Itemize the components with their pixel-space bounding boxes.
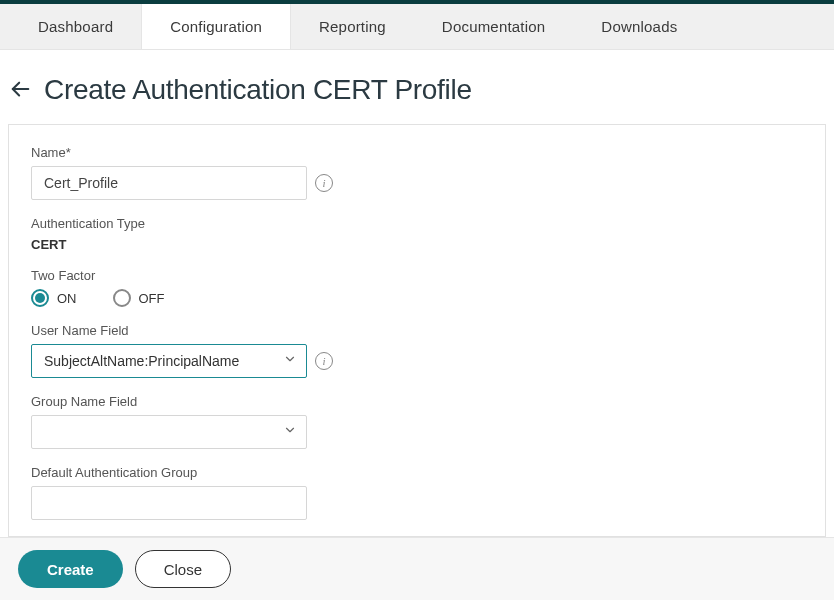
username-field-select[interactable]: SubjectAltName:PrincipalName (31, 344, 307, 378)
field-name: Name* i (31, 145, 803, 200)
field-auth-type: Authentication Type CERT (31, 216, 803, 252)
radio-icon (31, 289, 49, 307)
two-factor-label: Two Factor (31, 268, 803, 283)
tab-documentation[interactable]: Documentation (414, 4, 574, 49)
close-button[interactable]: Close (135, 550, 231, 588)
username-field-label: User Name Field (31, 323, 803, 338)
footer-bar: Create Close (0, 537, 834, 600)
name-label: Name* (31, 145, 803, 160)
username-field-value: SubjectAltName:PrincipalName (44, 353, 239, 369)
form-panel: Name* i Authentication Type CERT Two Fac… (8, 124, 826, 537)
field-two-factor: Two Factor ON OFF (31, 268, 803, 307)
field-group-name-field: Group Name Field (31, 394, 803, 449)
back-arrow-icon[interactable] (10, 79, 32, 101)
name-input[interactable] (31, 166, 307, 200)
field-username-field: User Name Field SubjectAltName:Principal… (31, 323, 803, 378)
page-header: Create Authentication CERT Profile (0, 50, 834, 124)
tab-dashboard[interactable]: Dashboard (10, 4, 141, 49)
tab-downloads[interactable]: Downloads (573, 4, 705, 49)
page-title: Create Authentication CERT Profile (44, 74, 472, 106)
radio-label-off: OFF (139, 291, 165, 306)
default-auth-group-input[interactable] (31, 486, 307, 520)
radio-label-on: ON (57, 291, 77, 306)
auth-type-label: Authentication Type (31, 216, 803, 231)
info-icon[interactable]: i (315, 174, 333, 192)
main-tabs: Dashboard Configuration Reporting Docume… (0, 4, 834, 50)
radio-icon (113, 289, 131, 307)
group-name-field-select[interactable] (31, 415, 307, 449)
two-factor-off[interactable]: OFF (113, 289, 165, 307)
field-default-auth-group: Default Authentication Group (31, 465, 803, 520)
tab-configuration[interactable]: Configuration (141, 4, 291, 49)
default-auth-group-label: Default Authentication Group (31, 465, 803, 480)
auth-type-value: CERT (31, 237, 803, 252)
tab-reporting[interactable]: Reporting (291, 4, 414, 49)
info-icon[interactable]: i (315, 352, 333, 370)
group-name-field-label: Group Name Field (31, 394, 803, 409)
create-button[interactable]: Create (18, 550, 123, 588)
two-factor-on[interactable]: ON (31, 289, 77, 307)
